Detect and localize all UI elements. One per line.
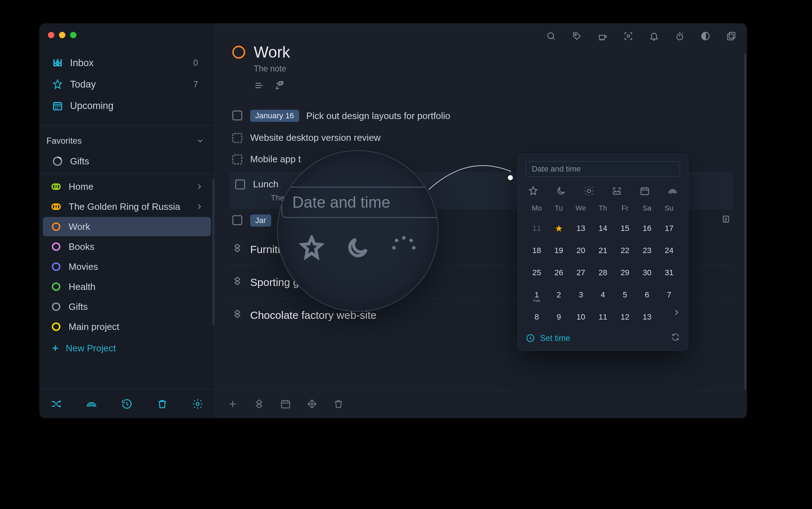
project-note[interactable]: The note: [254, 64, 747, 74]
calendar-day[interactable]: 3: [570, 284, 592, 306]
calendar-day[interactable]: 9: [548, 306, 570, 328]
task-checkbox[interactable]: [232, 133, 242, 143]
filter-tag-icon[interactable]: [274, 80, 285, 92]
search-button[interactable]: [545, 30, 557, 42]
task-row[interactable]: Website desktop version review: [230, 127, 733, 148]
settings-button[interactable]: [191, 397, 204, 411]
calendar-day[interactable]: 14: [592, 217, 614, 239]
calendar-weekday: Tu: [548, 204, 570, 212]
calendar-day[interactable]: 17: [658, 217, 680, 239]
sidebar-project-7[interactable]: Main project: [43, 317, 211, 336]
calendar-day[interactable]: 11: [592, 306, 614, 328]
task-date-chip[interactable]: January 16: [250, 110, 299, 122]
tag-button[interactable]: [571, 30, 583, 42]
add-section-button[interactable]: [254, 399, 264, 411]
sidebar-project-4[interactable]: Movies: [43, 257, 211, 276]
calendar-day[interactable]: 24: [658, 239, 680, 262]
project-color-icon[interactable]: [232, 46, 245, 59]
calendar-day[interactable]: 8: [526, 306, 548, 328]
task-checkbox[interactable]: [235, 179, 245, 189]
window-controls: [48, 32, 76, 38]
quick-someday-icon[interactable]: [667, 185, 679, 197]
calendar-day[interactable]: 15: [614, 217, 636, 239]
calendar-day[interactable]: 16: [636, 217, 658, 239]
calendar-day[interactable]: 25: [526, 262, 548, 284]
calendar-day[interactable]: 18: [526, 239, 548, 262]
quick-next-week-icon[interactable]: [639, 185, 651, 197]
shuffle-button[interactable]: [49, 397, 63, 411]
sidebar-project-1[interactable]: The Golden Ring of Russia: [43, 197, 211, 216]
schedule-button[interactable]: [280, 399, 291, 411]
calendar-day[interactable]: 11: [526, 217, 548, 239]
calendar-day[interactable]: 30: [636, 262, 658, 284]
calendar-day[interactable]: 28: [592, 262, 614, 284]
quick-today-icon[interactable]: [527, 185, 539, 197]
projects-list: HomeThe Golden Ring of RussiaWorkBooksMo…: [39, 177, 214, 336]
task-checkbox[interactable]: [232, 215, 242, 225]
calendar-day[interactable]: 26: [548, 262, 570, 284]
calendar-day[interactable]: 21: [592, 239, 614, 262]
bell-button[interactable]: [648, 30, 660, 42]
task-title: Mobile app t: [250, 154, 301, 165]
project-title[interactable]: Work: [254, 43, 290, 61]
sidebar-project-6[interactable]: Gifts: [43, 297, 211, 316]
maximize-window-button[interactable]: [70, 32, 76, 38]
sidebar-upcoming[interactable]: Upcoming: [44, 95, 209, 116]
repeat-button[interactable]: [671, 332, 680, 344]
set-time-button[interactable]: Set time: [540, 333, 570, 343]
calendar-day[interactable]: 2: [548, 284, 570, 306]
calendar-day[interactable]: 31: [658, 262, 680, 284]
sidebar-today[interactable]: Today 7: [44, 74, 209, 95]
delete-button[interactable]: [333, 399, 344, 411]
calendar-day[interactable]: 23: [636, 239, 658, 262]
trash-button[interactable]: [155, 397, 169, 411]
favorite-gifts[interactable]: Gifts: [44, 152, 209, 171]
calendar-day[interactable]: 4: [592, 284, 614, 306]
calendar-day[interactable]: 27: [570, 262, 592, 284]
calendar-day[interactable]: 19: [548, 239, 570, 262]
rainbow-button[interactable]: [85, 397, 98, 411]
windows-button[interactable]: [726, 30, 737, 42]
task-checkbox[interactable]: [232, 154, 242, 164]
add-task-button[interactable]: [227, 399, 238, 411]
sidebar-inbox[interactable]: Inbox 0: [44, 53, 209, 73]
calendar-day[interactable]: 13: [636, 306, 658, 328]
task-row[interactable]: January 16Pick out design layouts for po…: [230, 104, 733, 127]
coffee-button[interactable]: [597, 30, 608, 42]
task-date-chip[interactable]: Jar: [250, 214, 271, 227]
sidebar-project-5[interactable]: Health: [43, 277, 211, 296]
calendar-day[interactable]: 5: [614, 284, 636, 306]
calendar-day[interactable]: 10: [570, 306, 592, 328]
calendar-next-button[interactable]: [672, 308, 681, 318]
minimize-window-button[interactable]: [59, 32, 65, 38]
calendar-day[interactable]: 29: [614, 262, 636, 284]
quick-weekend-icon[interactable]: [611, 185, 623, 197]
sidebar-project-3[interactable]: Books: [43, 237, 211, 256]
timer-button[interactable]: [674, 30, 685, 42]
calendar-day[interactable]: 7: [658, 284, 680, 306]
calendar-day[interactable]: 20: [570, 239, 592, 262]
clock-icon: [526, 333, 535, 343]
move-button[interactable]: [307, 399, 317, 411]
quick-evening-icon[interactable]: [555, 185, 567, 197]
main-scrollbar[interactable]: [744, 53, 746, 390]
calendar-day[interactable]: 6: [636, 284, 658, 306]
theme-button[interactable]: [700, 30, 711, 42]
close-window-button[interactable]: [48, 32, 54, 38]
calendar-day[interactable]: 1Feb: [526, 284, 548, 306]
focus-button[interactable]: [623, 30, 634, 42]
date-time-input[interactable]: Date and time: [526, 161, 680, 177]
calendar-day[interactable]: 13: [570, 217, 592, 239]
list-view-icon[interactable]: [254, 80, 264, 92]
sidebar-project-0[interactable]: Home: [43, 177, 211, 196]
calendar-day[interactable]: 22: [614, 239, 636, 262]
task-checkbox[interactable]: [232, 110, 242, 120]
sidebar-project-2[interactable]: Work: [43, 217, 211, 236]
history-button[interactable]: [120, 397, 134, 411]
quick-tomorrow-icon[interactable]: [583, 185, 595, 197]
new-project-button[interactable]: New Project: [43, 338, 211, 358]
calendar-weekday: Sa: [636, 204, 658, 212]
favorites-section-header[interactable]: Favorites: [39, 129, 214, 151]
calendar-day[interactable]: ★: [548, 217, 570, 239]
calendar-day[interactable]: 12: [614, 306, 636, 328]
